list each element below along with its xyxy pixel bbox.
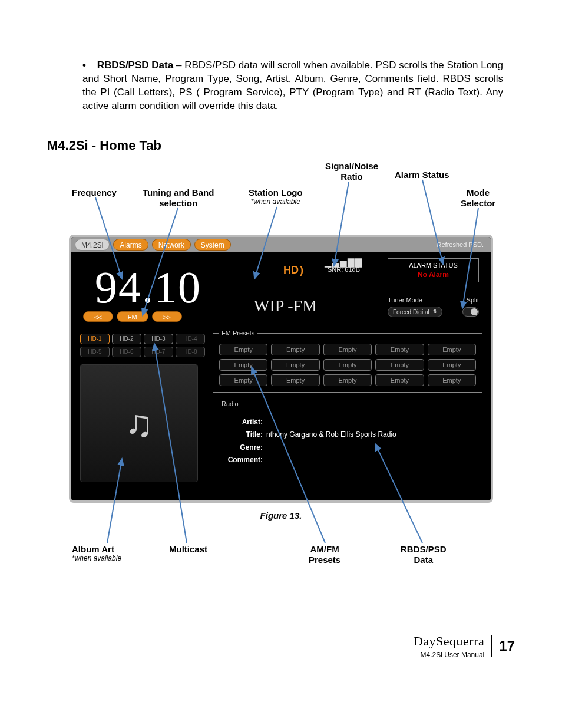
device-screen: M4.2Si Alarms Network System Refreshed P… xyxy=(69,235,493,503)
tuner-mode-dropdown[interactable]: Forced Digital⇅ xyxy=(388,307,442,317)
page-number: 17 xyxy=(499,637,515,655)
artist-label: Artist: xyxy=(219,417,266,427)
fm-presets-legend: FM Presets xyxy=(219,329,257,338)
footer-manual: M4.2Si User Manual xyxy=(414,650,484,660)
label-album-art-text: Album Art xyxy=(72,544,114,554)
title-label: Title: xyxy=(219,430,266,439)
preset-button[interactable]: Empty xyxy=(219,344,267,355)
hd-6-button[interactable]: HD-6 xyxy=(112,347,141,357)
screen-body: 94.10 << FM >> HD-1 HD-2 HD-3 HD-4 HD-5 … xyxy=(71,252,491,500)
hd-5-button[interactable]: HD-5 xyxy=(80,347,110,357)
tune-prev-button[interactable]: << xyxy=(83,311,113,322)
alarm-status-box: ALARM STATUS No Alarm xyxy=(388,258,479,282)
label-album-art: Album Art *when available xyxy=(72,544,121,562)
music-note-icon: ♫ xyxy=(125,398,153,449)
radio-panel: Radio Artist: Title:nthony Gargano & Rob… xyxy=(213,400,482,482)
split-toggle[interactable] xyxy=(462,307,479,317)
dropdown-arrows-icon: ⇅ xyxy=(433,309,437,315)
figure-caption: Figure 13. xyxy=(54,510,508,522)
refreshed-status: Refreshed PSD. xyxy=(437,241,487,249)
signal-bars-icon: ▁▃▅▇▇ xyxy=(325,259,363,265)
page-footer: DaySequerra M4.2Si User Manual 17 xyxy=(47,633,515,660)
fm-presets-panel: FM Presets Empty Empty Empty Empty Empty… xyxy=(213,329,482,393)
label-frequency: Frequency xyxy=(72,187,117,197)
band-button[interactable]: FM xyxy=(117,311,148,322)
snr-block: ▁▃▅▇▇ SNR: 61dB xyxy=(325,259,363,274)
preset-button[interactable]: Empty xyxy=(323,344,372,355)
hd-logo-icon: HD) xyxy=(283,263,303,277)
hd-7-button[interactable]: HD-7 xyxy=(144,347,173,357)
bullet-rbds-psd: • RBDS/PSD Data – RBDS/PSD data will scr… xyxy=(82,59,503,113)
multicast-grid: HD-1 HD-2 HD-3 HD-4 HD-5 HD-6 HD-7 HD-8 xyxy=(80,334,205,357)
label-station-logo-sub: *when available xyxy=(249,198,303,206)
label-station-logo-text: Station Logo xyxy=(249,187,303,197)
bullet-dot: • xyxy=(82,60,86,71)
tune-row: << FM >> xyxy=(83,311,182,322)
genre-label: Genre: xyxy=(219,443,266,452)
frequency-display: 94.10 xyxy=(95,257,201,318)
preset-button[interactable]: Empty xyxy=(323,359,372,371)
tuner-mode-label: Tuner Mode xyxy=(388,296,422,305)
preset-button[interactable]: Empty xyxy=(428,344,476,355)
label-tuning: Tuning and Band selection xyxy=(143,187,214,208)
tab-network[interactable]: Network xyxy=(152,239,191,251)
label-snr: Signal/Noise Ratio xyxy=(325,161,378,182)
home-tab-diagram: Frequency Tuning and Band selection Stat… xyxy=(54,161,508,574)
label-alarm-status: Alarm Status xyxy=(395,170,449,180)
preset-button[interactable]: Empty xyxy=(375,374,424,386)
hd-2-button[interactable]: HD-2 xyxy=(112,334,141,344)
title-value: nthony Gargano & Rob Ellis Sports Radio xyxy=(266,430,396,439)
tab-system[interactable]: System xyxy=(194,239,231,251)
tune-next-button[interactable]: >> xyxy=(152,311,182,322)
preset-button[interactable]: Empty xyxy=(428,374,476,386)
hd-8-button[interactable]: HD-8 xyxy=(176,347,205,357)
label-mode-selector: Mode Selector xyxy=(461,187,495,208)
alarm-status-label: ALARM STATUS xyxy=(388,261,478,270)
preset-button[interactable]: Empty xyxy=(271,374,319,386)
tab-alarms[interactable]: Alarms xyxy=(113,239,148,251)
mode-controls: Forced Digital⇅ xyxy=(388,307,479,317)
station-name: WIP -FM xyxy=(254,295,317,317)
footer-divider xyxy=(491,635,492,657)
preset-button[interactable]: Empty xyxy=(271,359,319,371)
hd-3-button[interactable]: HD-3 xyxy=(144,334,173,344)
preset-button[interactable]: Empty xyxy=(375,359,424,371)
mode-labels: Tuner Mode Split xyxy=(388,296,479,305)
split-label: Split xyxy=(467,296,479,305)
footer-brand: DaySequerra xyxy=(414,633,484,650)
preset-button[interactable]: Empty xyxy=(375,344,424,355)
comment-label: Comment: xyxy=(219,455,266,465)
label-album-art-sub: *when available xyxy=(72,555,121,563)
label-multicast: Multicast xyxy=(169,544,207,554)
topbar: M4.2Si Alarms Network System Refreshed P… xyxy=(71,237,491,252)
album-art: ♫ xyxy=(80,364,198,482)
preset-button[interactable]: Empty xyxy=(428,359,476,371)
alarm-status-value: No Alarm xyxy=(388,270,478,279)
label-rbds-psd: RBDS/PSD Data xyxy=(401,544,447,565)
snr-value: SNR: 61dB xyxy=(325,265,363,274)
hd-4-button[interactable]: HD-4 xyxy=(176,334,205,344)
preset-button[interactable]: Empty xyxy=(219,374,267,386)
tab-home[interactable]: M4.2Si xyxy=(75,239,110,251)
preset-button[interactable]: Empty xyxy=(323,374,372,386)
label-station-logo: Station Logo *when available xyxy=(249,187,303,206)
hd-1-button[interactable]: HD-1 xyxy=(80,334,110,344)
preset-button[interactable]: Empty xyxy=(219,359,267,371)
bullet-heading: RBDS/PSD Data xyxy=(97,60,173,71)
radio-legend: Radio xyxy=(219,400,241,409)
preset-grid: Empty Empty Empty Empty Empty Empty Empt… xyxy=(219,344,476,386)
label-amfm-presets: AM/FM Presets xyxy=(309,544,340,565)
preset-button[interactable]: Empty xyxy=(271,344,319,355)
section-title: M4.2Si - Home Tab xyxy=(47,137,515,154)
